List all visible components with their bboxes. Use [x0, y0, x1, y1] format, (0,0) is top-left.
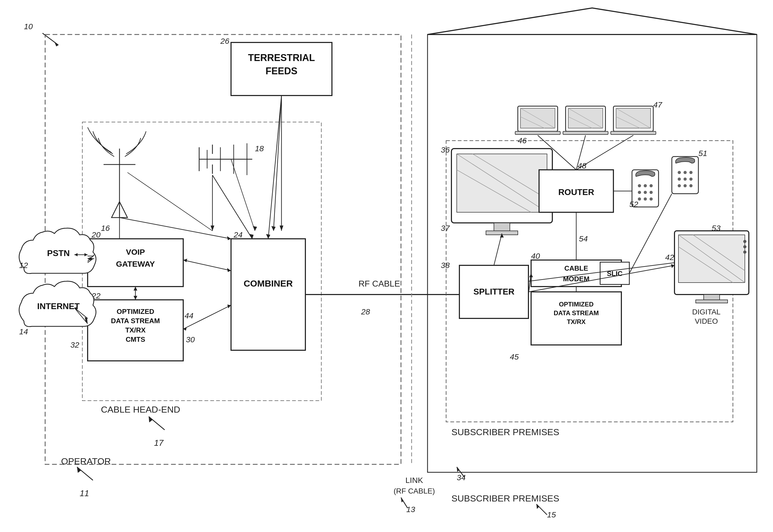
- ref-28-label: 28: [361, 307, 370, 316]
- svg-point-119: [743, 250, 746, 254]
- svg-point-98: [650, 191, 653, 194]
- ref-37-label: 37: [441, 224, 450, 232]
- svg-point-110: [684, 184, 687, 187]
- svg-rect-121: [696, 300, 728, 303]
- internet-text: INTERNET: [37, 301, 80, 311]
- opt-data-sub-text-1: OPTIMIZED: [559, 301, 594, 308]
- ref-17-label: 17: [154, 438, 164, 448]
- svg-rect-28: [231, 239, 305, 350]
- ref-15-label: 15: [547, 510, 556, 519]
- ref-16-label: 16: [101, 224, 110, 232]
- svg-point-118: [743, 245, 746, 248]
- ref-42-label: 42: [665, 253, 674, 262]
- ref-26-label: 26: [220, 37, 230, 45]
- svg-point-109: [678, 184, 681, 187]
- svg-point-104: [684, 171, 687, 174]
- ref-20-label: 20: [91, 230, 101, 239]
- combiner-text: COMBINER: [244, 278, 293, 288]
- rf-cable-label: RF CABLE: [359, 279, 400, 288]
- svg-point-96: [638, 191, 641, 194]
- subscriber-premises-inner-label: SUBSCRIBER PREMISES: [451, 427, 559, 437]
- link-rf-cable-label-1: LINK: [405, 476, 423, 485]
- ref-30-label: 30: [186, 335, 195, 344]
- splitter-text: SPLITTER: [473, 287, 515, 296]
- digital-video-text: DIGITAL: [692, 308, 721, 316]
- svg-point-103: [678, 171, 681, 174]
- voip-gateway-text-1: VOIP: [126, 248, 145, 256]
- ref-45-label: 45: [510, 352, 519, 361]
- cable-modem-text-1: CABLE: [564, 264, 588, 272]
- ref-13-label: 13: [406, 505, 415, 514]
- ref-47-label: 47: [653, 100, 663, 109]
- router-text: ROUTER: [558, 187, 594, 197]
- opt-data-stream-text-3: TX/RX: [125, 326, 146, 334]
- terrestrial-feeds-text-1: TERRESTRIAL: [248, 52, 315, 63]
- ref-38-label: 38: [441, 261, 450, 270]
- svg-point-105: [689, 171, 693, 174]
- ref-11-label: 11: [80, 488, 89, 498]
- digital-video-text-2: VIDEO: [695, 317, 718, 325]
- ref-32-label: 32: [70, 340, 79, 349]
- svg-rect-82: [563, 131, 608, 135]
- svg-point-97: [644, 191, 647, 194]
- svg-point-93: [638, 184, 641, 187]
- opt-data-stream-text-2: DATA STREAM: [111, 317, 160, 325]
- svg-point-106: [678, 178, 681, 181]
- svg-point-108: [689, 178, 693, 181]
- svg-point-101: [650, 197, 653, 201]
- ref-14-label: 14: [19, 327, 28, 336]
- opt-data-sub-text-3: TX/RX: [567, 318, 586, 325]
- ref-24-label: 24: [234, 230, 243, 239]
- ref-44-label: 44: [184, 311, 193, 320]
- ref-10-label: 10: [24, 22, 33, 31]
- svg-point-94: [644, 184, 647, 187]
- ref-36-label: 36: [441, 145, 450, 154]
- svg-rect-120: [704, 295, 720, 300]
- ref-51-label: 51: [698, 149, 707, 158]
- diagram-container: 10 CABLE HEAD-END 17 OPERATOR 11 TERREST…: [0, 0, 773, 532]
- svg-rect-77: [515, 131, 560, 135]
- terrestrial-feeds-text-2: FEEDS: [266, 66, 297, 76]
- subscriber-premises-outer-label: SUBSCRIBER PREMISES: [451, 493, 559, 503]
- svg-point-107: [684, 178, 687, 181]
- opt-data-stream-text-4: CMTS: [125, 335, 145, 343]
- ref-40-label: 40: [531, 252, 540, 260]
- voip-gateway-text-2: GATEWAY: [116, 259, 155, 268]
- cable-head-end-label: CABLE HEAD-END: [101, 404, 180, 414]
- phone-2: [672, 157, 698, 194]
- link-rf-cable-label-2: (RF CABLE): [394, 487, 435, 495]
- ref-18-label: 18: [255, 144, 264, 153]
- ref-48-label: 48: [577, 161, 587, 170]
- svg-point-117: [743, 240, 746, 243]
- ref-46-label: 46: [518, 136, 527, 145]
- opt-data-stream-text-1: OPTIMIZED: [116, 308, 154, 315]
- ref-52-label: 52: [629, 200, 638, 209]
- ref-54-label: 54: [579, 234, 588, 243]
- svg-rect-71: [494, 223, 510, 231]
- pstn-text: PSTN: [47, 248, 70, 258]
- ref-12-label: 12: [19, 261, 28, 270]
- svg-rect-87: [611, 131, 656, 135]
- operator-label: OPERATOR: [61, 456, 111, 466]
- svg-point-100: [644, 197, 647, 201]
- ref-53-label: 53: [712, 224, 721, 232]
- opt-data-sub-text-2: DATA STREAM: [554, 309, 599, 317]
- svg-point-95: [650, 184, 653, 187]
- svg-point-99: [638, 197, 641, 201]
- svg-point-111: [689, 184, 693, 187]
